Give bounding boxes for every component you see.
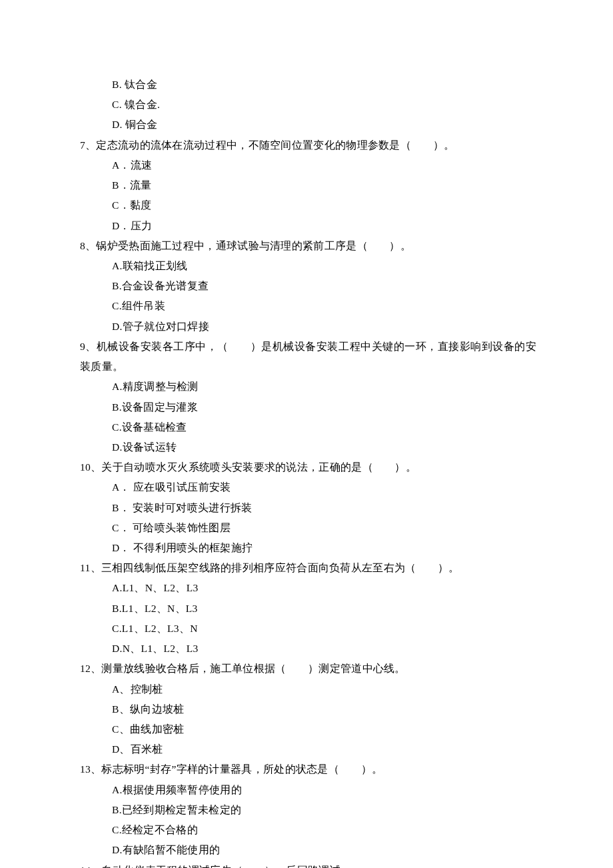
- question-stem: 10、关于自动喷水灭火系统喷头安装要求的说法，正确的是（ ）。: [80, 457, 536, 477]
- option-text: D. 铜合金: [80, 115, 536, 135]
- option-text: D．压力: [80, 216, 536, 236]
- document-page: B. 钛合金 C. 镍合金. D. 铜合金 7、定态流动的流体在流动过程中，不随…: [0, 0, 613, 868]
- option-text: C. 镍合金.: [80, 95, 536, 115]
- option-text: D、百米桩: [80, 739, 536, 759]
- option-text: D． 不得利用喷头的框架施拧: [80, 538, 536, 558]
- option-text: D.设备试运转: [80, 437, 536, 457]
- option-text: A.精度调整与检测: [80, 377, 536, 397]
- option-text: A．流速: [80, 155, 536, 175]
- question-stem: 7、定态流动的流体在流动过程中，不随空间位置变化的物理参数是（ ）。: [80, 135, 536, 155]
- option-text: B．流量: [80, 175, 536, 195]
- option-text: B.设备固定与灌浆: [80, 397, 536, 417]
- option-text: A、控制桩: [80, 679, 536, 699]
- question-stem: 9、机械设备安装各工序中，（ ）是机械设备安装工程中关键的一环，直接影响到设备的…: [80, 337, 536, 377]
- question-stem: 14、自动化仪表工程的调试应先（ ），后回路调试。: [80, 861, 536, 868]
- option-text: D.N、L1、L2、L3: [80, 639, 536, 659]
- option-text: C.组件吊装: [80, 296, 536, 316]
- question-stem: 12、测量放线验收合格后，施工单位根据（ ）测定管道中心线。: [80, 659, 536, 679]
- option-text: C.L1、L2、L3、N: [80, 619, 536, 639]
- option-text: B． 安装时可对喷头进行拆装: [80, 498, 536, 518]
- option-text: C．黏度: [80, 195, 536, 215]
- option-text: C． 可给喷头装饰性图层: [80, 518, 536, 538]
- option-text: A． 应在吸引试压前安装: [80, 477, 536, 497]
- option-text: A.根据使用频率暂停使用的: [80, 780, 536, 800]
- option-text: D.有缺陷暂不能使用的: [80, 840, 536, 860]
- option-text: B、纵向边坡桩: [80, 699, 536, 719]
- option-text: A.L1、N、L2、L3: [80, 578, 536, 598]
- option-text: D.管子就位对口焊接: [80, 317, 536, 337]
- option-text: B.L1、L2、N、L3: [80, 599, 536, 619]
- option-text: B.合金设备光谱复查: [80, 276, 536, 296]
- option-text: C、曲线加密桩: [80, 719, 536, 739]
- question-stem: 11、三相四线制低压架空线路的排列相序应符合面向负荷从左至右为（ ）。: [80, 558, 536, 578]
- option-text: A.联箱找正划线: [80, 256, 536, 276]
- question-stem: 8、锅炉受热面施工过程中，通球试验与清理的紧前工序是（ ）。: [80, 236, 536, 256]
- option-text: B. 钛合金: [80, 75, 536, 95]
- option-text: C.经检定不合格的: [80, 820, 536, 840]
- option-text: B.已经到期检定暂未检定的: [80, 800, 536, 820]
- question-stem: 13、标志标明“封存”字样的计量器具，所处的状态是（ ）。: [80, 759, 536, 779]
- option-text: C.设备基础检查: [80, 417, 536, 437]
